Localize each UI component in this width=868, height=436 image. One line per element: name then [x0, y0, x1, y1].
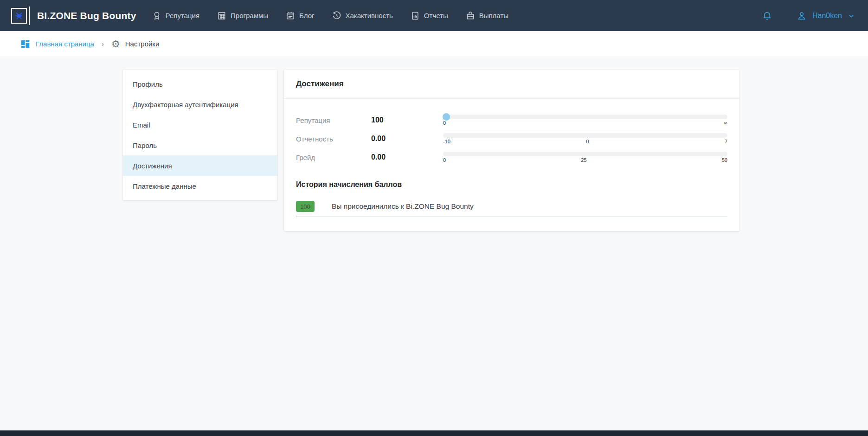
- nav-label: Репутация: [166, 12, 199, 19]
- settings-sidebar: Профиль Двухфакторная аутентификация Ema…: [123, 70, 277, 200]
- breadcrumb-home-link[interactable]: Главная страница: [20, 39, 94, 49]
- reputation-slider: 0 ∞: [443, 114, 727, 126]
- history-text: Вы присоединились к Bi.ZONE Bug Bounty: [332, 202, 474, 211]
- bug-icon: [15, 12, 23, 19]
- tick-max: 50: [722, 157, 727, 163]
- username: Han0ken: [812, 12, 842, 20]
- grade-slider: 0 25 50: [443, 151, 727, 163]
- notifications-button[interactable]: [762, 10, 772, 21]
- medal-icon: [152, 11, 161, 20]
- main-menu: Репутация Программы Блог Хакактивность: [152, 11, 526, 20]
- nav-right-group: Han0ken: [762, 10, 855, 21]
- metric-label: Отчетность: [296, 135, 371, 143]
- slider-track: [443, 152, 727, 156]
- nav-label: Выплаты: [479, 12, 508, 19]
- tick-max: 7: [725, 139, 727, 145]
- sidebar-item-profile[interactable]: Профиль: [123, 74, 277, 94]
- nav-label: Программы: [231, 12, 268, 19]
- report-icon: [411, 11, 420, 20]
- page-content: Профиль Двухфакторная аутентификация Ema…: [0, 57, 868, 430]
- brand-title: BI.ZONE Bug Bounty: [37, 10, 136, 21]
- metric-value: 100: [371, 116, 443, 124]
- slider-ticks: 0 ∞: [443, 120, 727, 126]
- dashboard-grid-icon: [20, 39, 30, 49]
- points-badge: 100: [296, 201, 315, 212]
- metric-label: Репутация: [296, 116, 371, 124]
- chevron-down-icon: [848, 12, 855, 19]
- nav-item-reputation[interactable]: Репутация: [152, 11, 199, 20]
- metric-value: 0.00: [371, 153, 443, 161]
- achievements-panel: Достижения Репутация 100 0 ∞ Отчетн: [284, 70, 739, 231]
- blog-icon: [286, 11, 295, 20]
- nav-item-payouts[interactable]: Выплаты: [466, 11, 508, 20]
- metric-row-grade: Грейд 0.00 0 25 50: [296, 148, 727, 167]
- slider-ticks: 0 25 50: [443, 157, 727, 163]
- breadcrumb-home-label: Главная страница: [36, 40, 94, 48]
- payout-bag-icon: [466, 11, 475, 20]
- nav-item-hackactivity[interactable]: Хакактивность: [332, 11, 393, 20]
- metric-value: 0.00: [371, 135, 443, 143]
- slider-track: [443, 133, 727, 138]
- nav-item-blog[interactable]: Блог: [286, 11, 314, 20]
- sidebar-item-email[interactable]: Email: [123, 115, 277, 135]
- gear-icon: ⚙: [111, 39, 120, 49]
- bottom-edge-strip: [0, 430, 868, 436]
- nav-label: Блог: [299, 12, 314, 19]
- bizone-logo-icon: [11, 6, 30, 25]
- nav-item-programs[interactable]: Программы: [217, 11, 268, 20]
- sidebar-item-payment-details[interactable]: Платежные данные: [123, 176, 277, 196]
- breadcrumb: Главная страница › ⚙ Настройки: [0, 31, 868, 57]
- slider-track: [443, 115, 727, 119]
- tick-min: 0: [443, 157, 446, 163]
- tick-max: ∞: [724, 120, 727, 126]
- panel-title: Достижения: [284, 70, 739, 99]
- tick-min: -10: [443, 139, 450, 145]
- slider-thumb[interactable]: [443, 113, 450, 121]
- history-row: 100 Вы присоединились к Bi.ZONE Bug Boun…: [296, 201, 727, 217]
- sidebar-item-password[interactable]: Пароль: [123, 135, 277, 155]
- brand-logo[interactable]: BI.ZONE Bug Bounty: [11, 6, 136, 25]
- sidebar-item-achievements[interactable]: Достижения: [123, 155, 277, 176]
- nav-label: Хакактивность: [346, 12, 393, 19]
- user-icon: [797, 11, 807, 21]
- top-navigation: BI.ZONE Bug Bounty Репутация Программы Б…: [0, 0, 868, 31]
- bell-icon: [762, 10, 772, 21]
- history-icon: [332, 11, 341, 20]
- breadcrumb-current-label: Настройки: [125, 40, 160, 48]
- reporting-slider: -10 0 7: [443, 132, 727, 145]
- sidebar-item-two-factor[interactable]: Двухфакторная аутентификация: [123, 94, 277, 115]
- breadcrumb-current: ⚙ Настройки: [111, 39, 159, 49]
- history-section-title: История начисления баллов: [296, 180, 727, 189]
- building-icon: [217, 11, 226, 20]
- nav-label: Отчеты: [424, 12, 448, 19]
- metric-label: Грейд: [296, 154, 371, 161]
- metric-row-reporting: Отчетность 0.00 -10 0 7: [296, 129, 727, 148]
- nav-item-reports[interactable]: Отчеты: [411, 11, 448, 20]
- tick-mid: 0: [586, 139, 589, 145]
- tick-min: 0: [443, 120, 446, 126]
- slider-ticks: -10 0 7: [443, 139, 727, 145]
- user-menu[interactable]: Han0ken: [797, 11, 855, 21]
- breadcrumb-separator: ›: [102, 40, 104, 48]
- tick-mid: 25: [581, 157, 586, 163]
- metric-row-reputation: Репутация 100 0 ∞: [296, 111, 727, 129]
